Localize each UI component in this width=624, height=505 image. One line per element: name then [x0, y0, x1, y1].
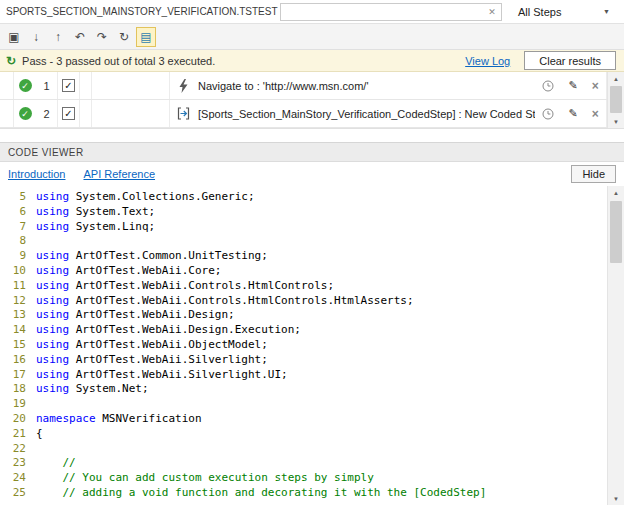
edit-step-icon[interactable]: ✎	[568, 107, 577, 120]
grid-spacer	[80, 100, 92, 127]
line-number: 20	[0, 412, 36, 427]
api-reference-link[interactable]: API Reference	[83, 168, 155, 180]
edit-step-icon[interactable]: ✎	[568, 79, 577, 92]
step-number: 2	[36, 100, 58, 127]
code-line: 8	[0, 234, 607, 249]
code-line: 13using ArtOfTest.WebAii.Design;	[0, 308, 607, 323]
test-tab-bar: SPORTS_SECTION_MAINSTORY_VERIFICATION.TS…	[0, 0, 624, 24]
code-text: using System.Text;	[36, 205, 155, 220]
row-selector[interactable]	[0, 100, 14, 127]
scrollbar-thumb[interactable]	[610, 86, 622, 113]
code-line: 15using ArtOfTest.WebAii.ObjectModel;	[0, 338, 607, 353]
grid-spacer	[92, 72, 170, 99]
redo-button[interactable]: ↷	[92, 27, 112, 47]
code-text: namespace MSNVerification	[36, 412, 202, 427]
search-input[interactable]	[281, 4, 483, 19]
steps-filter-value: All Steps	[518, 6, 561, 18]
code-text: // adding a void function and decorating…	[36, 486, 486, 501]
step-row[interactable]: ✓1✓Navigate to : 'http://www.msn.com/'✎×	[0, 72, 607, 100]
step-timeout-icon[interactable]	[542, 108, 554, 120]
scroll-up-icon[interactable]: ▲	[608, 186, 624, 199]
line-number: 16	[0, 353, 36, 368]
move-step-up-button[interactable]: ↑	[48, 27, 68, 47]
code-scrollbar[interactable]: ▲ ▼	[607, 186, 624, 505]
step-enabled-cell: ✓	[58, 72, 80, 99]
code-viewer-links: Introduction API Reference Hide	[0, 162, 624, 186]
view-log-link[interactable]: View Log	[465, 55, 510, 67]
line-number: 23	[0, 456, 36, 471]
code-line: 14using ArtOfTest.WebAii.Design.Executio…	[0, 323, 607, 338]
code-line: 16using ArtOfTest.WebAii.Silverlight;	[0, 353, 607, 368]
line-number: 7	[0, 220, 36, 235]
line-number: 13	[0, 308, 36, 323]
line-number: 5	[0, 190, 36, 205]
refresh-button[interactable]: ↻	[114, 27, 134, 47]
line-number: 21	[0, 427, 36, 442]
step-actions: ✎×	[535, 72, 607, 99]
scroll-down-icon[interactable]: ▼	[608, 115, 624, 128]
code-line: 6using System.Text;	[0, 205, 607, 220]
dock-view-button[interactable]: ▣	[4, 27, 24, 47]
navigate-icon	[170, 72, 196, 99]
line-number: 25	[0, 486, 36, 501]
scroll-up-icon[interactable]: ▲	[608, 72, 624, 85]
step-row[interactable]: ✓2✓[Sports_Section_MainStory_Verificatio…	[0, 100, 607, 128]
line-number: 19	[0, 397, 36, 412]
line-number: 18	[0, 382, 36, 397]
steps-filter-dropdown[interactable]: All Steps ▼	[502, 2, 618, 22]
step-timeout-icon[interactable]	[542, 80, 554, 92]
toolbar: ▣↓↑↶↷↻▤	[0, 24, 624, 50]
code-line: 21{	[0, 427, 607, 442]
step-checkbox[interactable]: ✓	[62, 107, 75, 120]
steps-scrollbar[interactable]: ▲ ▼	[607, 72, 624, 128]
code-line: 24 // You can add custom execution steps…	[0, 471, 607, 486]
code-view-toggle-button[interactable]: ▤	[136, 27, 156, 47]
step-status-cell: ✓	[14, 100, 36, 127]
move-step-down-button[interactable]: ↓	[26, 27, 46, 47]
search-box[interactable]: ✕	[280, 3, 502, 21]
introduction-link[interactable]: Introduction	[8, 168, 65, 180]
line-number: 11	[0, 279, 36, 294]
scrollbar-track[interactable]	[608, 85, 624, 115]
pass-icon: ✓	[19, 107, 32, 120]
step-checkbox[interactable]: ✓	[62, 79, 75, 92]
line-number: 24	[0, 471, 36, 486]
step-status-cell: ✓	[14, 72, 36, 99]
line-number: 22	[0, 442, 36, 457]
code-text: using ArtOfTest.WebAii.Design.Execution;	[36, 323, 301, 338]
coded-step-icon	[170, 100, 196, 127]
step-label: [Sports_Section_MainStory_Verification_C…	[196, 100, 535, 127]
line-number: 15	[0, 338, 36, 353]
code-line: 7using System.Linq;	[0, 220, 607, 235]
code-text: using System.Net;	[36, 382, 149, 397]
code-viewer-header: CODE VIEWER	[0, 142, 624, 162]
code-line: 5using System.Collections.Generic;	[0, 190, 607, 205]
delete-step-icon[interactable]: ×	[592, 107, 599, 121]
scrollbar-track[interactable]	[608, 199, 624, 492]
code-text: using ArtOfTest.WebAii.Design;	[36, 308, 235, 323]
grid-spacer	[80, 72, 92, 99]
row-selector[interactable]	[0, 72, 14, 99]
code-line: 19	[0, 397, 607, 412]
code-text: using System.Linq;	[36, 220, 155, 235]
line-number: 12	[0, 294, 36, 309]
code-text: using ArtOfTest.Common.UnitTesting;	[36, 249, 268, 264]
clear-results-button[interactable]: Clear results	[524, 51, 616, 70]
clear-search-icon[interactable]: ✕	[483, 7, 501, 17]
code-line: 25 // adding a void function and decorat…	[0, 486, 607, 501]
hide-button[interactable]: Hide	[571, 165, 616, 183]
test-name: SPORTS_SECTION_MAINSTORY_VERIFICATION.TS…	[4, 6, 280, 17]
code-line: 9using ArtOfTest.Common.UnitTesting;	[0, 249, 607, 264]
code-text: using ArtOfTest.WebAii.Silverlight.UI;	[36, 368, 288, 383]
delete-step-icon[interactable]: ×	[592, 79, 599, 93]
code-text: using ArtOfTest.WebAii.Controls.HtmlCont…	[36, 294, 414, 309]
undo-button[interactable]: ↶	[70, 27, 90, 47]
scrollbar-thumb[interactable]	[610, 201, 622, 263]
code-line: 20namespace MSNVerification	[0, 412, 607, 427]
steps-list: ✓1✓Navigate to : 'http://www.msn.com/'✎×…	[0, 72, 607, 128]
code-text: using ArtOfTest.WebAii.Silverlight;	[36, 353, 268, 368]
code-editor[interactable]: 5using System.Collections.Generic;6using…	[0, 186, 624, 505]
step-enabled-cell: ✓	[58, 100, 80, 127]
code-text: {	[36, 427, 43, 442]
scroll-down-icon[interactable]: ▼	[608, 492, 624, 505]
